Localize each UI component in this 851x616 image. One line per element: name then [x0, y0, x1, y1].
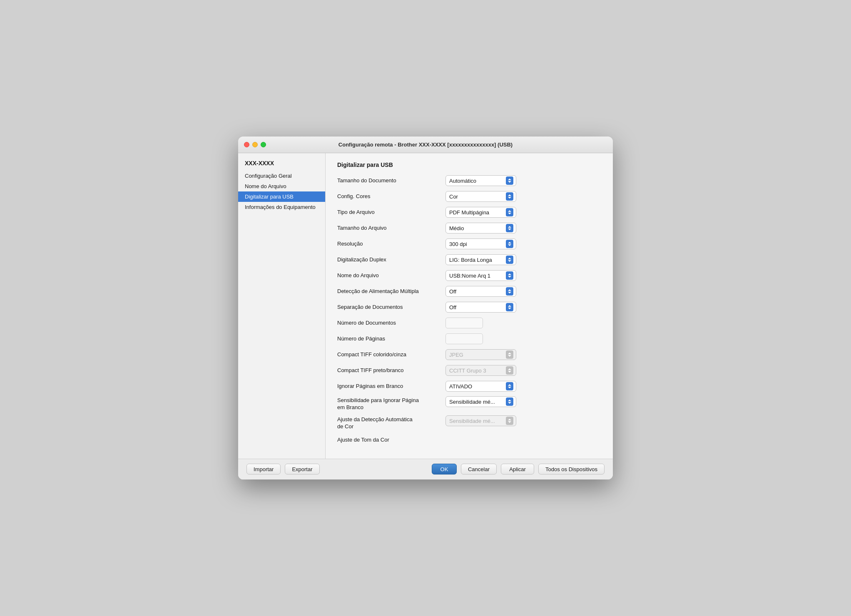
dropdown-arrows-ignorar: [506, 382, 513, 390]
input-numero-documentos[interactable]: 1: [445, 318, 483, 328]
label-numero-paginas: Número de Páginas: [337, 335, 445, 343]
ok-button[interactable]: OK: [432, 464, 457, 474]
dropdown-separacao-documentos[interactable]: Off: [445, 302, 516, 313]
arrow-up-icon: [508, 226, 511, 228]
control-ajuste-deteccao-cor: Sensibilidade mé...: [445, 415, 529, 426]
arrow-up-icon: [508, 210, 511, 212]
label-tipo-arquivo: Tipo de Arquivo: [337, 209, 445, 216]
label-tamanho-documento: Tamanho do Documento: [337, 177, 445, 184]
label-config-cores: Config. Cores: [337, 193, 445, 200]
todos-dispositivos-button[interactable]: Todos os Dispositivos: [538, 464, 605, 474]
arrow-up-icon: [508, 258, 511, 259]
arrow-up-icon: [508, 179, 511, 180]
titlebar: Configuração remota - Brother XXX-XXXX […: [238, 137, 613, 153]
dropdown-arrows-compact-color: [506, 350, 513, 359]
arrow-down-icon: [508, 244, 511, 246]
arrow-up-icon: [508, 353, 511, 354]
input-numero-paginas[interactable]: 1: [445, 333, 483, 344]
maximize-button[interactable]: [261, 142, 266, 147]
row-numero-paginas: Número de Páginas 1: [337, 333, 601, 345]
label-ajuste-tom-cor: Ajuste de Tom da Cor: [337, 437, 445, 444]
row-ajuste-tom-cor: Ajuste de Tom da Cor: [337, 435, 601, 446]
dropdown-ajuste-deteccao-cor: Sensibilidade mé...: [445, 415, 516, 426]
arrow-up-icon: [508, 419, 511, 420]
dropdown-ignorar-paginas[interactable]: ATIVADO: [445, 381, 516, 392]
dropdown-sensibilidade-ignorar[interactable]: Sensibilidade mé...: [445, 396, 516, 407]
dropdown-compact-tiff-pb: CCITT Grupo 3: [445, 365, 516, 376]
dropdown-tamanho-documento[interactable]: Automático: [445, 175, 516, 186]
row-compact-tiff-color: Compact TIFF colorido/cinza JPEG: [337, 349, 601, 360]
exportar-button[interactable]: Exportar: [285, 464, 319, 474]
label-nome-arquivo: Nome do Arquivo: [337, 272, 445, 279]
aplicar-button[interactable]: Aplicar: [501, 464, 534, 474]
panel-title: Digitalizar para USB: [337, 161, 601, 168]
control-sensibilidade-ignorar: Sensibilidade mé...: [445, 396, 529, 407]
dropdown-arrows-tamanho-arq: [506, 224, 513, 232]
arrow-up-icon: [508, 273, 511, 275]
arrow-down-icon: [508, 402, 511, 404]
control-tamanho-arquivo: Médio: [445, 223, 529, 233]
label-ajuste-deteccao-cor: Ajuste da Detecção Automática de Cor: [337, 415, 445, 430]
control-digitalizacao-duplex: LIG: Borda Longa: [445, 254, 529, 265]
minimize-button[interactable]: [252, 142, 258, 147]
close-button[interactable]: [244, 142, 249, 147]
sidebar-item-nome-arquivo[interactable]: Nome do Arquivo: [238, 181, 325, 191]
content-area: XXX-XXXX Configuração Geral Nome do Arqu…: [238, 153, 613, 459]
control-tipo-arquivo: PDF Multipágina: [445, 207, 529, 218]
arrow-down-icon: [508, 371, 511, 373]
row-numero-documentos: Número de Documentos 1: [337, 317, 601, 329]
row-separacao-documentos: Separação de Documentos Off: [337, 301, 601, 313]
dropdown-deteccao-alimentacao[interactable]: Off: [445, 286, 516, 297]
dropdown-compact-tiff-color: JPEG: [445, 349, 516, 360]
arrow-down-icon: [508, 197, 511, 199]
row-resolucao: Resolução 300 dpi: [337, 238, 601, 250]
arrow-down-icon: [508, 387, 511, 388]
arrow-down-icon: [508, 276, 511, 278]
row-tipo-arquivo: Tipo de Arquivo PDF Multipágina: [337, 206, 601, 218]
label-compact-tiff-pb: Compact TIFF preto/branco: [337, 367, 445, 374]
arrow-down-icon: [508, 308, 511, 309]
row-ajuste-deteccao-cor: Ajuste da Detecção Automática de Cor Sen…: [337, 415, 601, 430]
dropdown-arrows-tipo: [506, 208, 513, 216]
dropdown-arrows-tamanho: [506, 176, 513, 185]
label-deteccao-alimentacao: Detecção de Alimentação Múltipla: [337, 288, 445, 295]
importar-button[interactable]: Importar: [246, 464, 281, 474]
arrow-down-icon: [508, 260, 511, 262]
control-nome-arquivo: USB:Nome Arq 1: [445, 270, 529, 281]
arrow-up-icon: [508, 368, 511, 370]
device-name: XXX-XXXX: [238, 158, 325, 171]
label-sensibilidade-ignorar: Sensibilidade para Ignorar Página em Bra…: [337, 396, 445, 411]
dropdown-tamanho-arquivo[interactable]: Médio: [445, 223, 516, 233]
control-numero-documentos: 1: [445, 318, 529, 328]
dropdown-config-cores[interactable]: Cor: [445, 191, 516, 202]
sidebar-item-config-geral[interactable]: Configuração Geral: [238, 171, 325, 181]
label-numero-documentos: Número de Documentos: [337, 320, 445, 327]
dropdown-tipo-arquivo[interactable]: PDF Multipágina: [445, 207, 516, 218]
control-numero-paginas: 1: [445, 333, 529, 344]
row-ignorar-paginas: Ignorar Páginas em Branco ATIVADO: [337, 380, 601, 392]
arrow-down-icon: [508, 292, 511, 293]
cancelar-button[interactable]: Cancelar: [461, 464, 497, 474]
control-deteccao-alimentacao: Off: [445, 286, 529, 297]
arrow-up-icon: [508, 242, 511, 243]
arrow-down-icon: [508, 213, 511, 214]
row-digitalizacao-duplex: Digitalização Duplex LIG: Borda Longa: [337, 254, 601, 266]
control-resolucao: 300 dpi: [445, 238, 529, 249]
sidebar-item-digitalizar-usb[interactable]: Digitalizar para USB: [238, 191, 325, 202]
control-compact-tiff-color: JPEG: [445, 349, 529, 360]
dropdown-digitalizacao-duplex[interactable]: LIG: Borda Longa: [445, 254, 516, 265]
arrow-up-icon: [508, 305, 511, 307]
label-ignorar-paginas: Ignorar Páginas em Branco: [337, 383, 445, 390]
sidebar-item-info-equipamento[interactable]: Informações do Equipamento: [238, 202, 325, 212]
sidebar: XXX-XXXX Configuração Geral Nome do Arqu…: [238, 153, 326, 459]
toolbar: Importar Exportar OK Cancelar Aplicar To…: [238, 459, 613, 479]
arrow-up-icon: [508, 400, 511, 401]
main-panel: Digitalizar para USB Tamanho do Document…: [326, 153, 613, 459]
dropdown-arrows-separacao: [506, 303, 513, 311]
arrow-down-icon: [508, 229, 511, 230]
control-compact-tiff-pb: CCITT Grupo 3: [445, 365, 529, 376]
dropdown-nome-arquivo[interactable]: USB:Nome Arq 1: [445, 270, 516, 281]
dropdown-resolucao[interactable]: 300 dpi: [445, 238, 516, 249]
row-sensibilidade-ignorar: Sensibilidade para Ignorar Página em Bra…: [337, 396, 601, 411]
dropdown-arrows-resolucao: [506, 240, 513, 248]
